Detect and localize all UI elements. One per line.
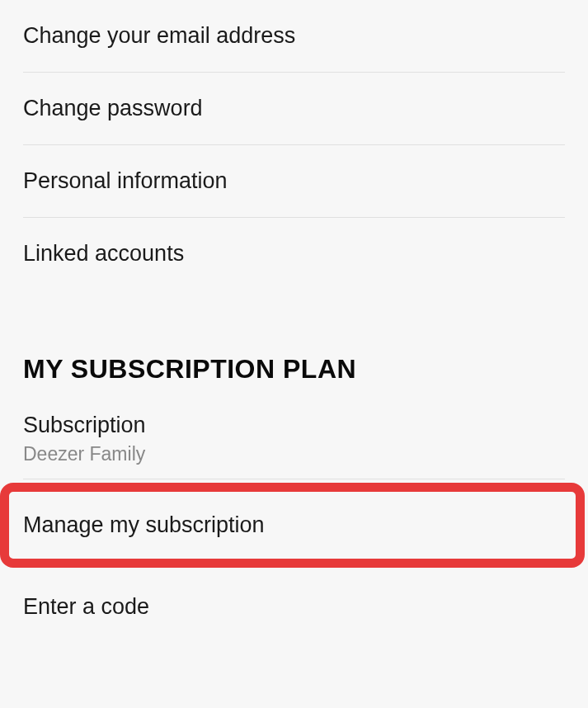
enter-code-item[interactable]: Enter a code [23, 571, 565, 643]
subscription-section-header: MY SUBSCRIPTION PLAN [23, 290, 565, 393]
personal-info-item[interactable]: Personal information [23, 145, 565, 218]
subscription-item[interactable]: Subscription Deezer Family [23, 393, 565, 479]
linked-accounts-item[interactable]: Linked accounts [23, 218, 565, 290]
subscription-plan: Deezer Family [23, 443, 565, 465]
personal-info-label: Personal information [23, 168, 565, 194]
subscription-label: Subscription [23, 413, 565, 438]
linked-accounts-label: Linked accounts [23, 241, 565, 267]
change-password-label: Change password [23, 96, 565, 121]
change-password-item[interactable]: Change password [23, 73, 565, 145]
change-email-item[interactable]: Change your email address [23, 0, 565, 73]
change-email-label: Change your email address [23, 23, 565, 49]
enter-code-label: Enter a code [23, 594, 565, 620]
manage-subscription-highlight: Manage my subscription [0, 479, 588, 571]
manage-subscription-item[interactable]: Manage my subscription [23, 479, 565, 571]
manage-subscription-label: Manage my subscription [23, 512, 565, 538]
